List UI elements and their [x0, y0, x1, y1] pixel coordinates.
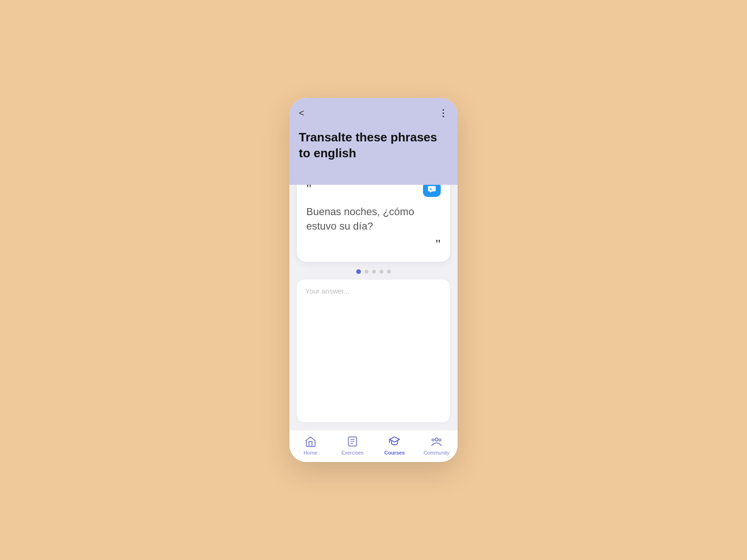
back-button[interactable]: <	[299, 108, 304, 118]
community-icon	[430, 435, 443, 448]
nav-item-community[interactable]: Community	[416, 435, 458, 455]
nav-item-courses[interactable]: Courses	[374, 435, 416, 455]
chat-icon-button[interactable]	[423, 185, 441, 197]
phrase-text: Buenas noches, ¿cómo estuvo su día?	[306, 204, 441, 234]
svg-rect-1	[430, 189, 433, 190]
nav-label-exercises: Exercises	[341, 450, 364, 455]
answer-placeholder: Your answer...	[305, 287, 442, 295]
exercises-icon	[346, 435, 359, 448]
main-content: " Buenas noches, ¿cómo estuvo su día? "	[289, 185, 458, 430]
nav-item-home[interactable]: Home	[289, 435, 331, 455]
dot-2[interactable]	[365, 270, 368, 273]
quote-open-icon: "	[306, 185, 311, 195]
svg-point-6	[435, 438, 438, 441]
nav-label-courses: Courses	[384, 450, 405, 455]
nav-item-exercises[interactable]: Exercises	[331, 435, 374, 455]
phone-frame: < ⋮ Transalte these phrases to english "…	[289, 98, 458, 462]
bottom-nav: Home Exercises	[289, 430, 458, 462]
svg-point-8	[432, 439, 434, 441]
more-button[interactable]: ⋮	[438, 107, 448, 119]
dot-4[interactable]	[380, 270, 383, 273]
svg-point-7	[439, 439, 441, 441]
svg-rect-0	[430, 188, 431, 189]
nav-label-home: Home	[303, 450, 317, 455]
nav-label-community: Community	[423, 450, 450, 455]
top-bar: < ⋮	[299, 107, 448, 119]
answer-area[interactable]: Your answer...	[297, 280, 450, 422]
dot-3[interactable]	[372, 270, 376, 273]
dot-1[interactable]	[356, 269, 361, 274]
dot-5[interactable]	[387, 270, 391, 273]
home-icon	[304, 435, 317, 448]
page-title: Transalte these phrases to english	[299, 130, 448, 161]
chat-icon	[427, 185, 437, 194]
quote-close-icon: "	[306, 238, 441, 251]
card-top-bar: "	[306, 185, 441, 197]
dots-container	[297, 262, 450, 280]
phrase-card: " Buenas noches, ¿cómo estuvo su día? "	[297, 185, 450, 262]
header-area: < ⋮ Transalte these phrases to english	[289, 98, 458, 185]
courses-icon	[388, 435, 401, 448]
